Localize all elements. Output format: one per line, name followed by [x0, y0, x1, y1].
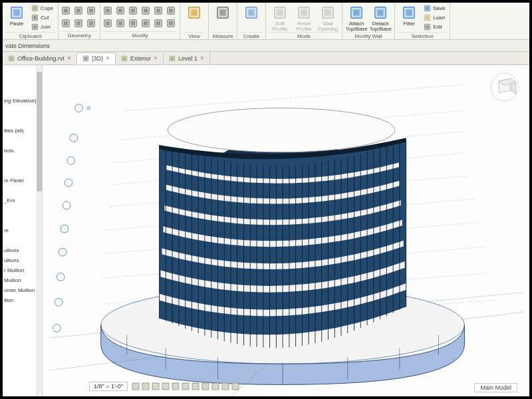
browser-item[interactable] — [4, 168, 41, 174]
browser-item[interactable] — [4, 138, 41, 144]
scale-selector[interactable]: 1/8" = 1'-0" — [89, 382, 128, 391]
browser-item[interactable]: ullions — [4, 247, 41, 253]
tab-office-buildingrvt[interactable]: Office-Building.rvt× — [3, 53, 77, 65]
svg-rect-1 — [13, 9, 19, 15]
svg-rect-41 — [156, 21, 160, 25]
svg-rect-43 — [169, 21, 173, 25]
svg-point-90 — [75, 104, 83, 112]
view-control-g4[interactable] — [162, 382, 170, 390]
browser-item[interactable] — [4, 68, 41, 74]
split-tool[interactable] — [128, 19, 139, 29]
svg-rect-55 — [325, 9, 331, 15]
workset-selector[interactable]: Main Model — [474, 383, 517, 392]
extrude-tool[interactable] — [61, 6, 72, 17]
browser-item[interactable] — [4, 158, 41, 164]
browser-item[interactable]: m Panel — [4, 178, 41, 184]
svg-rect-13 — [89, 9, 93, 13]
unpin-tool[interactable] — [166, 19, 177, 29]
edit-button[interactable]: Edit — [422, 23, 447, 31]
browser-item[interactable]: ing Elevation) — [4, 98, 41, 104]
detach-top/base-button[interactable]: Detach Top/Base — [369, 4, 392, 32]
view-control-g10[interactable] — [221, 382, 229, 390]
blend-tool[interactable] — [61, 19, 72, 29]
svg-rect-53 — [301, 9, 307, 15]
browser-item[interactable]: ities (all) — [4, 128, 41, 134]
close-icon[interactable]: × — [67, 55, 71, 62]
browser-item[interactable]: ullions — [4, 257, 41, 263]
copy-tool[interactable] — [116, 6, 126, 17]
building-view: ⊙ — [43, 65, 529, 396]
browser-item[interactable]: bols — [4, 148, 41, 154]
view-control-g1[interactable] — [132, 382, 140, 390]
svg-rect-35 — [118, 21, 122, 25]
close-icon[interactable]: × — [154, 55, 158, 62]
view-control-g8[interactable] — [201, 382, 209, 390]
create-button[interactable] — [240, 4, 263, 32]
browser-item[interactable] — [4, 188, 41, 194]
tab-3d[interactable]: {3D}× — [77, 53, 116, 65]
array-tool[interactable] — [154, 6, 164, 17]
browser-item[interactable] — [4, 217, 41, 223]
view-control-g2[interactable] — [142, 382, 150, 390]
browser-item[interactable]: r Mullion — [4, 267, 41, 273]
project-browser-scrollbar[interactable] — [37, 65, 42, 396]
measure-button[interactable] — [211, 4, 234, 32]
attach-top/base-button[interactable]: Attach Top/Base — [345, 4, 368, 32]
tab-exterior[interactable]: Exterior× — [116, 53, 164, 65]
load-button[interactable]: Load — [422, 13, 447, 22]
view-button[interactable] — [183, 4, 205, 32]
cope-button[interactable]: Cope — [29, 4, 55, 13]
scrollbar-thumb[interactable] — [37, 72, 42, 192]
scale-tool[interactable] — [166, 6, 177, 17]
pick-tool[interactable] — [74, 19, 84, 29]
browser-item[interactable] — [4, 207, 41, 213]
tab-level1[interactable]: Level 1× — [164, 53, 210, 65]
browser-item[interactable]: Mullion — [4, 277, 41, 283]
browser-item[interactable] — [4, 118, 41, 124]
rotate-tool[interactable] — [128, 6, 139, 17]
browser-item[interactable]: _Em — [4, 198, 41, 203]
void-tool[interactable] — [74, 6, 84, 17]
browser-item[interactable] — [4, 237, 41, 243]
svg-rect-31 — [169, 9, 173, 13]
svg-rect-154 — [182, 383, 189, 390]
viewcube[interactable] — [489, 72, 520, 102]
browser-item[interactable]: m — [4, 227, 41, 233]
project-browser[interactable]: ing Elevation) ities (all) bols m Panel … — [3, 65, 43, 396]
view-control-g5[interactable] — [172, 382, 180, 390]
view-control-g11[interactable] — [231, 382, 239, 390]
join-button[interactable]: Join — [29, 23, 55, 31]
close-icon[interactable]: × — [200, 55, 204, 62]
mirror-tool[interactable] — [141, 6, 152, 17]
cut-button[interactable]: Cut — [29, 13, 55, 22]
view-control-g7[interactable] — [192, 382, 200, 390]
close-icon[interactable]: × — [106, 55, 110, 62]
browser-item[interactable] — [4, 88, 41, 94]
filter-button[interactable]: Filter — [398, 4, 420, 32]
pin-tool[interactable] — [154, 19, 164, 29]
svg-rect-47 — [220, 9, 226, 15]
svg-rect-156 — [202, 383, 209, 390]
browser-item[interactable]: llion — [4, 297, 41, 303]
svg-point-96 — [61, 225, 68, 233]
view-tab-bar: Office-Building.rvt× {3D}× Exterior× Lev… — [3, 52, 529, 65]
svg-line-80 — [127, 84, 465, 110]
offset-tool[interactable] — [141, 19, 152, 29]
svg-rect-69 — [10, 57, 13, 59]
view-control-g9[interactable] — [211, 382, 219, 390]
svg-point-92 — [70, 134, 78, 142]
move-tool[interactable] — [103, 6, 114, 17]
browser-item[interactable] — [4, 78, 41, 84]
browser-item[interactable]: orner Mullion — [4, 287, 41, 293]
browser-item[interactable] — [4, 108, 41, 114]
paste-button[interactable]: Paste — [5, 4, 28, 32]
trim-tool[interactable] — [103, 19, 114, 29]
view-control-g3[interactable] — [152, 382, 160, 390]
save-button[interactable]: Save — [422, 4, 447, 13]
align-tool[interactable] — [86, 19, 97, 29]
extend-tool[interactable] — [116, 19, 126, 29]
sweep-tool[interactable] — [86, 6, 97, 17]
3d-viewport[interactable]: ⊙ — [43, 65, 529, 396]
svg-rect-5 — [33, 16, 37, 19]
view-control-g6[interactable] — [182, 382, 190, 390]
